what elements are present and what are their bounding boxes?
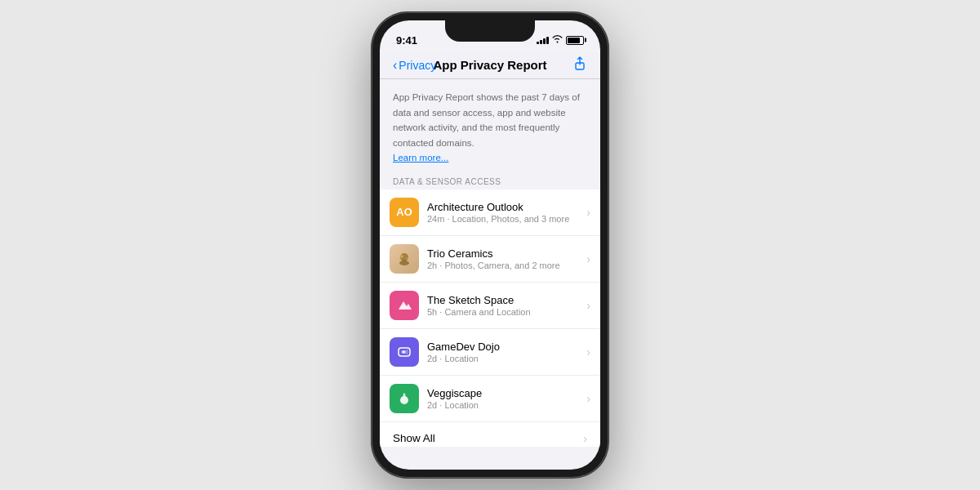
- app-name: Trio Ceramics: [427, 247, 578, 260]
- app-info-sketch-space: The Sketch Space 5h · Camera and Locatio…: [427, 294, 578, 317]
- list-item[interactable]: Trio Ceramics 2h · Photos, Camera, and 2…: [380, 236, 600, 283]
- app-list: AO Architecture Outlook 24m · Location, …: [380, 189, 600, 447]
- sketch-space-svg: [395, 296, 413, 314]
- app-icon-gamedev-dojo: [390, 337, 419, 367]
- svg-point-3: [400, 255, 403, 258]
- app-icon-sketch-space: [390, 291, 419, 320]
- back-chevron-icon: ‹: [393, 59, 397, 72]
- list-item[interactable]: Veggiscape 2d · Location ›: [380, 376, 600, 422]
- app-name: The Sketch Space: [427, 294, 578, 306]
- battery-icon: [566, 36, 584, 45]
- signal-bars-icon: [537, 36, 549, 44]
- app-info-architecture-outlook: Architecture Outlook 24m · Location, Pho…: [427, 201, 578, 224]
- phone-frame: 9:41: [372, 12, 608, 478]
- share-button[interactable]: [572, 56, 587, 74]
- list-item[interactable]: The Sketch Space 5h · Camera and Locatio…: [380, 283, 600, 329]
- list-item[interactable]: GameDev Dojo 2d · Location ›: [380, 329, 600, 376]
- chevron-right-icon: ›: [586, 392, 590, 405]
- app-detail: 5h · Camera and Location: [427, 307, 578, 317]
- app-detail: 2h · Photos, Camera, and 2 more: [427, 261, 578, 270]
- chevron-right-icon: ›: [586, 206, 590, 219]
- app-icon-trio-ceramics: [390, 244, 419, 274]
- svg-point-9: [407, 352, 408, 354]
- app-info-trio-ceramics: Trio Ceramics 2h · Photos, Camera, and 2…: [427, 247, 578, 270]
- veggiscape-svg: [395, 390, 413, 408]
- wifi-icon: [552, 35, 563, 45]
- app-name: Veggiscape: [427, 387, 578, 399]
- notch: [445, 20, 535, 42]
- content-area[interactable]: App Privacy Report shows the past 7 days…: [380, 79, 600, 447]
- show-all-row[interactable]: Show All ›: [380, 422, 600, 447]
- trio-ceramics-svg: [395, 250, 413, 268]
- gamedev-dojo-svg: [395, 343, 413, 361]
- svg-point-4: [406, 256, 408, 259]
- back-label: Privacy: [399, 59, 436, 72]
- description-section: App Privacy Report shows the past 7 days…: [380, 79, 600, 171]
- status-icons: [537, 35, 584, 45]
- app-name: Architecture Outlook: [427, 201, 578, 213]
- chevron-right-icon: ›: [586, 299, 590, 312]
- app-name: GameDev Dojo: [427, 341, 578, 353]
- list-item[interactable]: AO Architecture Outlook 24m · Location, …: [380, 189, 600, 236]
- chevron-right-icon: ›: [586, 345, 590, 359]
- app-detail: 2d · Location: [427, 400, 578, 410]
- show-all-label: Show All: [393, 432, 435, 444]
- app-icon-veggiscape: [390, 384, 419, 413]
- section-header: DATA & SENSOR ACCESS: [380, 171, 600, 189]
- share-icon: [572, 56, 587, 71]
- app-icon-architecture-outlook: AO: [390, 198, 419, 227]
- chevron-right-icon: ›: [583, 432, 587, 445]
- app-info-veggiscape: Veggiscape 2d · Location: [427, 387, 578, 410]
- nav-bar: ‹ Privacy App Privacy Report: [380, 53, 600, 78]
- app-detail: 24m · Location, Photos, and 3 more: [427, 214, 578, 224]
- chevron-right-icon: ›: [586, 252, 590, 265]
- description-text: App Privacy Report shows the past 7 days…: [393, 92, 580, 148]
- learn-more-link[interactable]: Learn more...: [393, 153, 587, 163]
- svg-point-8: [407, 350, 408, 351]
- app-info-gamedev-dojo: GameDev Dojo 2d · Location: [427, 341, 578, 363]
- svg-point-2: [399, 261, 409, 265]
- back-button[interactable]: ‹ Privacy: [393, 59, 436, 72]
- svg-rect-7: [402, 350, 404, 353]
- phone-screen: 9:41: [380, 20, 600, 470]
- status-time: 9:41: [396, 34, 417, 47]
- page-title: App Privacy Report: [433, 58, 546, 72]
- app-detail: 2d · Location: [427, 354, 578, 363]
